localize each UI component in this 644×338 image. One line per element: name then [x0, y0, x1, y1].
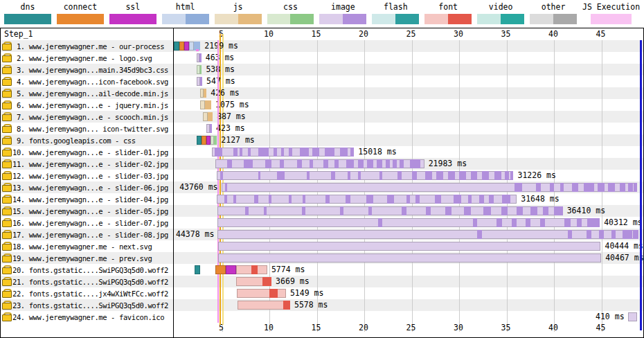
request-bar-segment-imgD[interactable] [464, 206, 471, 215]
request-bar-segment-imgD[interactable] [568, 230, 573, 239]
request-bar-segment-jsexec[interactable] [196, 49, 199, 51]
request-bar-segment-imgD[interactable] [274, 148, 277, 157]
request-bar-segment-imgD[interactable] [358, 159, 364, 168]
request-bar-segment-imgD[interactable] [367, 159, 373, 168]
request-bar-segment-imgD[interactable] [386, 159, 391, 168]
request-bar-segment-imgD[interactable] [526, 218, 530, 227]
request-bar-segment-imgD[interactable] [227, 159, 232, 168]
request-bar-segment-imgD[interactable] [245, 206, 249, 215]
request-url-cell[interactable]: 14. www.jeremywagn...e - slider-04.jpg [1, 193, 174, 205]
request-url-cell[interactable]: 5. www.jeremywagn...ail-decode.min.js [1, 87, 174, 99]
request-bar-segment-imgD[interactable] [379, 171, 382, 180]
request-bar-segment-imgD[interactable] [331, 171, 334, 180]
request-bar-segment-imgD[interactable] [623, 230, 632, 239]
request-bar-segment-imgD[interactable] [397, 171, 401, 180]
request-bar-segment-imgD[interactable] [633, 230, 638, 239]
request-url-cell[interactable]: 6. www.jeremywagn...e - jquery.min.js [1, 99, 174, 111]
request-bar-segment-htmlL[interactable] [189, 42, 195, 51]
request-bar-segment-imgD[interactable] [530, 206, 537, 215]
request-bar-segment-imgD[interactable] [346, 195, 350, 204]
request-bar-segment-imgD[interactable] [505, 171, 508, 180]
request-bar-segment-ssl[interactable] [184, 42, 189, 51]
request-bar-segment-jsL[interactable] [200, 100, 206, 109]
request-bar-segment-imgD[interactable] [280, 159, 283, 168]
request-bar-segment-fontL[interactable] [237, 289, 286, 298]
request-bar-segment-imgD[interactable] [512, 218, 517, 227]
request-url-cell[interactable]: 24. www.jeremywagner.me - favicon.ico [1, 311, 174, 323]
request-bar-segment-imgD[interactable] [224, 195, 227, 204]
request-bar-segment-imgD[interactable] [210, 124, 212, 133]
request-bar-segment-imgD[interactable] [584, 183, 594, 192]
request-bar-segment-imgD[interactable] [536, 183, 541, 192]
request-bar-segment-imgD[interactable] [436, 171, 443, 180]
request-url-cell[interactable]: 17. www.jeremywagn...e - slider-08.jpg [1, 229, 174, 240]
request-bar-segment-imgD[interactable] [402, 206, 406, 215]
request-bar-segment-fontD[interactable] [262, 277, 271, 286]
request-url-cell[interactable]: 19. www.jeremywagner.me - prev.svg [1, 252, 174, 264]
request-bar-segment-imgD[interactable] [425, 171, 432, 180]
request-bar-segment-imgD[interactable] [611, 230, 616, 239]
request-bar-segment-imgD[interactable] [358, 171, 361, 180]
request-url-cell[interactable]: 4. www.jeremywagn...icon-facebook.svg [1, 75, 174, 87]
request-bar-segment-imgD[interactable] [215, 148, 222, 157]
request-bar-segment-connect[interactable] [179, 42, 185, 51]
request-url-cell[interactable]: 7. www.jeremywagn...e - scooch.min.js [1, 111, 174, 123]
request-bar-segment-imgD[interactable] [233, 148, 237, 157]
request-bar-segment-imgD[interactable] [410, 159, 420, 168]
request-bar-segment-jsD[interactable] [208, 112, 213, 121]
request-bar-segment-imgD[interactable] [325, 148, 334, 157]
request-bar-segment-imgD[interactable] [477, 230, 482, 239]
request-bar-segment-imgD[interactable] [587, 218, 600, 227]
request-bar-segment-imgD[interactable] [502, 195, 510, 204]
request-bar-segment-connect[interactable] [215, 265, 226, 274]
request-bar-segment-imgD[interactable] [325, 195, 329, 204]
request-bar-segment-imgD[interactable] [366, 195, 373, 204]
request-bar-segment-imgD[interactable] [634, 183, 636, 192]
request-bar-segment-fontD[interactable] [251, 265, 257, 274]
request-bar-segment-imgD[interactable] [340, 206, 343, 215]
request-bar-segment-imgD[interactable] [554, 206, 562, 215]
request-bar-segment-imgD[interactable] [307, 171, 310, 180]
request-bar-segment-imgD[interactable] [628, 183, 633, 192]
request-url-cell[interactable]: 18. www.jeremywagner.me - next.svg [1, 240, 174, 252]
request-url-cell[interactable]: 13. www.jeremywagn...e - slider-06.jpg [1, 181, 174, 193]
request-bar-segment-dns[interactable] [197, 136, 202, 145]
request-bar-segment-imgD[interactable] [289, 195, 292, 204]
request-bar-segment-imgD[interactable] [479, 195, 484, 204]
request-bar-segment-jsD[interactable] [205, 100, 211, 109]
request-bar-segment-ssl[interactable] [226, 265, 236, 274]
request-bar-segment-imgD[interactable] [564, 218, 570, 227]
request-bar-segment-imgD[interactable] [608, 183, 615, 192]
request-bar-segment-imgD[interactable] [302, 206, 305, 215]
request-bar-segment-imgD[interactable] [350, 148, 354, 157]
request-bar-segment-imgD[interactable] [620, 183, 625, 192]
request-bar-segment-imgD[interactable] [483, 206, 491, 215]
request-bar-segment-imgD[interactable] [471, 171, 478, 180]
request-bar-segment-imgD[interactable] [225, 183, 227, 192]
request-bar-segment-imgD[interactable] [297, 159, 302, 168]
request-url-cell[interactable]: 15. www.jeremywagn...e - slider-05.jpg [1, 205, 174, 217]
request-bar-segment-imgD[interactable] [426, 206, 431, 215]
request-bar-segment-imgD[interactable] [473, 218, 478, 227]
request-bar-segment-imgD[interactable] [254, 195, 258, 204]
request-bar-segment-imgD[interactable] [240, 148, 242, 157]
request-bar-segment-imgD[interactable] [468, 195, 472, 204]
request-bar-segment-imgD[interactable] [281, 148, 284, 157]
request-bar-segment-imgL[interactable] [217, 206, 563, 215]
request-bar-segment-imgD[interactable] [406, 195, 410, 204]
request-bar-segment-imgL[interactable] [217, 230, 638, 239]
request-bar-segment-imgD[interactable] [199, 53, 201, 62]
request-bar-segment-imgD[interactable] [334, 159, 339, 168]
request-bar-segment-imgD[interactable] [550, 183, 555, 192]
request-url-cell[interactable]: 21. fonts.gstatic....SwiPGQ3q5d0.woff2 [1, 276, 174, 287]
request-bar-segment-imgD[interactable] [378, 218, 383, 227]
request-bar-segment-imgD[interactable] [501, 206, 508, 215]
request-url-cell[interactable]: 9. fonts.googleapis.com - css [1, 134, 174, 146]
request-url-cell[interactable]: 8. www.jeremywagn... icon-twitter.svg [1, 123, 174, 134]
request-bar-segment-imgD[interactable] [599, 230, 604, 239]
request-url-cell[interactable]: 2. www.jeremywagner.me - logo.svg [1, 52, 174, 64]
request-bar-segment-imgD[interactable] [540, 218, 545, 227]
request-bar-segment-imgD[interactable] [269, 195, 271, 204]
request-bar-segment-imgD[interactable] [244, 159, 252, 168]
request-bar-segment-imgD[interactable] [368, 206, 372, 215]
